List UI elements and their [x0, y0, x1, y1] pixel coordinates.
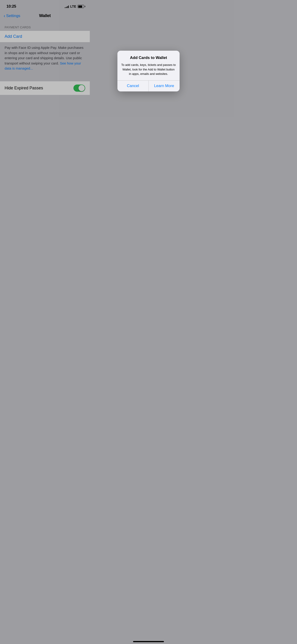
modal-overlay: Add Cards to Wallet To add cards, keys, …	[0, 0, 90, 194]
